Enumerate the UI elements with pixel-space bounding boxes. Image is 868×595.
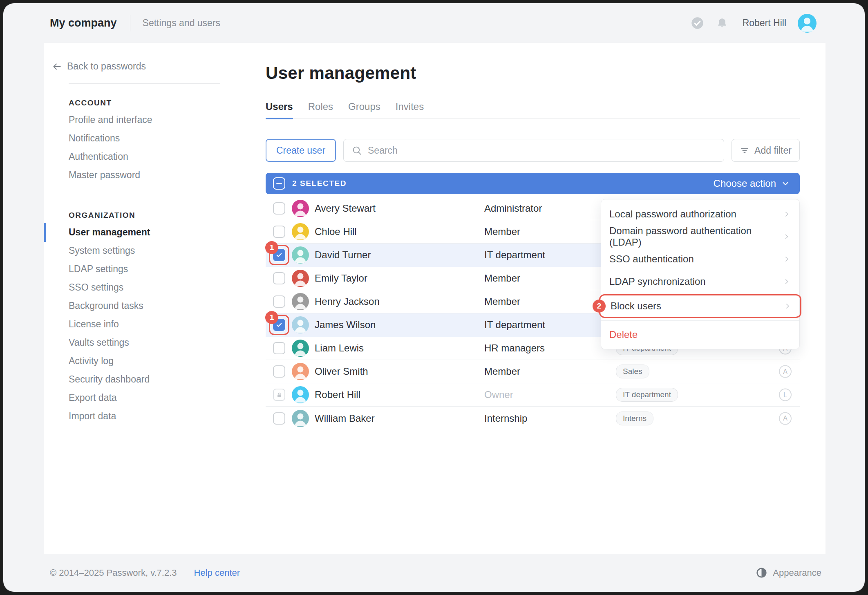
annotation-outline: Block users 2 xyxy=(599,294,801,318)
sidebar-item-profile-and-interface[interactable]: Profile and interface xyxy=(44,111,241,129)
menu-item-sso-authentication[interactable]: SSO authentication xyxy=(601,248,799,270)
back-arrow-icon xyxy=(51,61,62,72)
check-icon xyxy=(275,251,283,259)
sidebar-item-background-tasks[interactable]: Background tasks xyxy=(44,297,241,315)
avatar xyxy=(292,363,309,380)
menu-item-label: Delete xyxy=(609,329,638,340)
sidebar-item-ldap-settings[interactable]: LDAP settings xyxy=(44,260,241,278)
add-filter-button[interactable]: Add filter xyxy=(732,139,800,162)
chevron-right-icon xyxy=(784,302,791,310)
row-checkbox[interactable] xyxy=(273,412,285,425)
row-checkbox[interactable] xyxy=(273,342,285,354)
menu-item-label: Domain password authentication (LDAP) xyxy=(609,225,783,248)
add-filter-label: Add filter xyxy=(754,145,792,156)
sidebar-heading-organization: ORGANIZATION xyxy=(44,211,241,220)
selected-count-label: 2 SELECTED xyxy=(292,179,347,188)
row-checkbox[interactable] xyxy=(273,202,285,215)
avatar xyxy=(292,340,309,357)
chevron-right-icon xyxy=(783,233,790,240)
topbar-avatar[interactable] xyxy=(798,14,817,33)
user-name: William Baker xyxy=(315,413,375,424)
menu-item-local-password-authorization[interactable]: Local password authorization xyxy=(601,203,799,225)
group-tag: Interns xyxy=(616,412,653,425)
sidebar-item-activity-log[interactable]: Activity log xyxy=(44,352,241,370)
topbar-user-name: Robert Hill xyxy=(743,18,786,29)
tab-roles[interactable]: Roles xyxy=(308,101,333,119)
sidebar-item-security-dashboard[interactable]: Security dashboard xyxy=(44,370,241,389)
user-name: Robert Hill xyxy=(315,389,360,400)
bell-icon[interactable] xyxy=(716,17,729,30)
select-all-checkbox-indeterminate[interactable] xyxy=(273,177,285,190)
sidebar-item-notifications[interactable]: Notifications xyxy=(44,129,241,148)
row-checkbox[interactable] xyxy=(273,295,285,308)
row-checkbox[interactable] xyxy=(273,365,285,378)
topbar-divider xyxy=(130,15,130,31)
chevron-right-icon xyxy=(783,210,790,218)
sidebar-item-export-data[interactable]: Export data xyxy=(44,389,241,407)
menu-item-label: LDAP synchronization xyxy=(609,276,706,287)
footer: © 2014–2025 Passwork, v.7.2.3 Help cente… xyxy=(3,554,865,592)
menu-item-block-users[interactable]: Block users xyxy=(600,295,800,317)
sidebar-item-system-settings[interactable]: System settings xyxy=(44,242,241,260)
menu-item-ldap-synchronization[interactable]: LDAP synchronization xyxy=(601,270,799,293)
user-role: HR managers xyxy=(484,342,545,354)
annotation-badge: 2 xyxy=(593,300,606,313)
search-box[interactable] xyxy=(343,139,724,162)
search-input[interactable] xyxy=(368,145,716,156)
tab-groups[interactable]: Groups xyxy=(348,101,380,119)
tab-users[interactable]: Users xyxy=(266,101,293,119)
avatar xyxy=(292,386,309,403)
chevron-right-icon xyxy=(783,255,790,263)
choose-action-button[interactable]: Choose action xyxy=(714,178,790,189)
user-role: Administrator xyxy=(484,203,542,214)
avatar xyxy=(292,410,309,427)
toolbar: Create user Add filter xyxy=(266,139,800,162)
menu-separator xyxy=(601,320,799,321)
help-center-link[interactable]: Help center xyxy=(194,568,240,578)
check-circle-icon[interactable] xyxy=(691,17,704,30)
sidebar-item-master-password[interactable]: Master password xyxy=(44,166,241,184)
user-role: Member xyxy=(484,273,520,284)
app-window: My company Settings and users Robert Hil… xyxy=(3,3,865,592)
row-checkbox[interactable] xyxy=(273,226,285,238)
appearance-button[interactable]: Appearance xyxy=(756,567,821,578)
create-user-button[interactable]: Create user xyxy=(266,139,336,162)
auth-type-badge: L xyxy=(779,389,792,401)
user-role: IT department xyxy=(484,319,545,331)
user-name: Henry Jackson xyxy=(315,296,380,307)
menu-item-domain-password-authentication[interactable]: Domain password authentication (LDAP) xyxy=(601,225,799,248)
search-icon xyxy=(352,145,362,156)
auth-type-badge: A xyxy=(779,365,792,378)
sidebar-item-vaults-settings[interactable]: Vaults settings xyxy=(44,333,241,352)
auth-type-badge: A xyxy=(779,412,792,425)
user-name: Avery Stewart xyxy=(315,203,376,214)
main-area: User management Users Roles Groups Invit… xyxy=(241,43,825,554)
user-role: IT department xyxy=(484,249,545,261)
company-name: My company xyxy=(50,17,117,29)
sidebar: Back to passwords ACCOUNT Profile and in… xyxy=(44,43,241,554)
back-to-passwords-link[interactable]: Back to passwords xyxy=(44,61,241,72)
selection-bar: 2 SELECTED Choose action xyxy=(266,173,800,194)
choose-action-menu: Local password authorization Domain pass… xyxy=(601,199,800,349)
sidebar-item-license-info[interactable]: License info xyxy=(44,315,241,333)
table-row[interactable]: Oliver Smith Member Sales A xyxy=(266,360,800,383)
user-role: Member xyxy=(484,226,520,237)
topbar-section-title: Settings and users xyxy=(143,18,221,29)
user-role: Member xyxy=(484,296,520,307)
row-checkbox[interactable] xyxy=(273,272,285,284)
avatar xyxy=(292,293,309,310)
sidebar-item-sso-settings[interactable]: SSO settings xyxy=(44,278,241,297)
sidebar-item-user-management[interactable]: User management xyxy=(44,223,241,242)
chevron-right-icon xyxy=(783,278,790,285)
sidebar-item-authentication[interactable]: Authentication xyxy=(44,148,241,166)
annotation-badge: 1 xyxy=(265,311,278,324)
tab-invites[interactable]: Invites xyxy=(396,101,424,119)
menu-item-delete[interactable]: Delete xyxy=(601,323,799,346)
table-row[interactable]: William Baker Internship Interns A xyxy=(266,407,800,430)
table-row[interactable]: Robert Hill Owner IT department L xyxy=(266,383,800,407)
check-icon xyxy=(275,321,283,329)
user-name: Oliver Smith xyxy=(315,366,368,377)
sidebar-heading-account: ACCOUNT xyxy=(44,98,241,107)
back-link-label: Back to passwords xyxy=(67,61,146,72)
sidebar-item-import-data[interactable]: Import data xyxy=(44,407,241,425)
